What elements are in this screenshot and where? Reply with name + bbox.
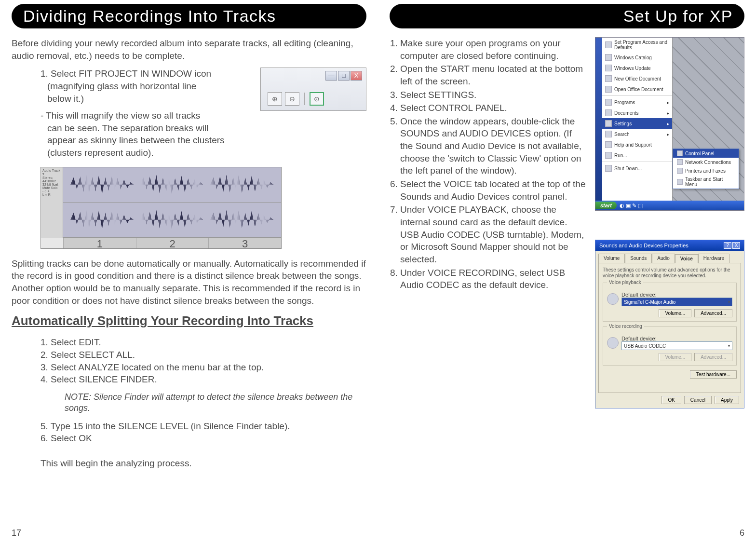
programs-icon [605, 99, 612, 106]
auto-split-heading: Automatically Splitting Your Recording I… [12, 313, 366, 328]
auto-step-3: 3. Select ANALYZE located on the menu ba… [40, 361, 366, 374]
run-icon [605, 152, 612, 159]
xp-step-5: Once the window appears, double-click th… [400, 115, 586, 177]
split-paragraph: Splitting tracks can be done automatical… [12, 258, 366, 307]
tab-hardware: Hardware [698, 254, 729, 263]
auto-step-1: 1. Select EDIT. [40, 336, 366, 349]
auto-step-end: This will begin the analyzing process. [40, 457, 366, 470]
taskbar-icon [677, 179, 683, 185]
waveform-illustration: Audio Track ▾Stereo, 44100Hz32-bit float… [40, 167, 282, 249]
help-btn-icon: ? [724, 242, 731, 249]
playback-advanced-button: Advanced... [694, 309, 732, 317]
tab-audio: Audio [652, 254, 675, 263]
section-header-left: Dividing Recordings Into Tracks [12, 4, 366, 28]
xp-step-3: Select SETTINGS. [400, 89, 586, 101]
wave-num-3: 3 [208, 238, 281, 248]
voice-playback-label: Voice playback [607, 280, 643, 285]
separator [304, 93, 305, 105]
test-hardware-button: Test hardware... [690, 370, 737, 379]
apply-button: Apply [715, 396, 739, 404]
toolbar-illustration: — □ X ⊕ ⊖ ⊙ [260, 68, 366, 111]
recording-default-label: Default device: [621, 336, 732, 341]
window-min-icon: — [325, 71, 337, 81]
control-panel-icon [677, 150, 683, 156]
tab-voice: Voice [675, 254, 698, 263]
ok-button: OK [662, 396, 681, 404]
auto-step-2: 2. Select SELECT ALL. [40, 349, 366, 361]
help-icon [605, 141, 612, 148]
documents-icon [605, 109, 612, 116]
properties-description: These settings control volume and advanc… [603, 267, 737, 279]
waveform-track-info: Audio Track ▾Stereo, 44100Hz32-bit float… [41, 167, 63, 238]
cancel-button: Cancel [684, 396, 712, 404]
auto-step-4: 4. Select SILENCE FINDER. [40, 373, 366, 386]
step-1-note: - This will magnify the view so all trac… [40, 109, 366, 159]
fit-project-icon: ⊙ [310, 92, 324, 106]
xp-step-8: Under VOICE RECORDING, select USB Audio … [400, 267, 586, 291]
tab-volume: Volume [598, 254, 625, 263]
search-icon [605, 131, 612, 137]
wave-num-1: 1 [63, 238, 136, 248]
recording-advanced-button: Advanced... [694, 353, 732, 361]
sound-properties-screenshot: Sounds and Audio Devices Properties ?X V… [595, 240, 744, 408]
dialog-title: Sounds and Audio Devices Properties [599, 243, 688, 248]
recording-device-select: USB Audio CODEC▾ [621, 341, 732, 350]
playback-device-select: SigmaTel C-Major Audio▾ [621, 298, 732, 306]
xp-step-6: Select the VOICE tab located at the top … [400, 178, 586, 203]
silence-finder-note: NOTE: Silence Finder will attempt to det… [65, 392, 366, 414]
recording-volume-button: Volume... [659, 353, 691, 361]
xp-start-menu-screenshot: Set Program Access and Defaults Windows … [595, 37, 744, 211]
page-number-left: 17 [12, 528, 21, 538]
auto-step-6: 6. Select OK [40, 432, 366, 445]
zoom-in-icon: ⊕ [268, 92, 282, 106]
settings-menu-item: Settings▸ [602, 118, 672, 129]
page-number-right: 6 [740, 528, 744, 538]
catalog-icon [605, 54, 612, 61]
xp-steps-list: Make sure your open programs on your com… [390, 37, 586, 291]
speaker-icon [607, 293, 619, 305]
auto-step-5: 5. Type 15 into the SILENCE LEVEL (in Si… [40, 420, 366, 433]
close-btn-icon: X [732, 242, 740, 249]
wave-num-2: 2 [136, 238, 209, 248]
shutdown-icon [605, 165, 612, 172]
voice-recording-label: Voice recording [607, 324, 644, 329]
control-panel-item: Control Panel [673, 149, 739, 158]
intro-text: Before dividing your newly recorded albu… [12, 37, 366, 62]
program-access-icon [605, 41, 612, 48]
xp-step-2: Open the START menu located at the botto… [400, 63, 586, 87]
new-doc-icon [605, 75, 612, 82]
settings-submenu: Control Panel Network Connections Printe… [673, 149, 739, 189]
zoom-out-icon: ⊖ [285, 92, 299, 106]
xp-step-7: Under VOICE PLAYBACK, choose the interna… [400, 204, 586, 265]
window-close-icon: X [351, 71, 362, 81]
tab-sounds: Sounds [625, 254, 652, 263]
playback-default-label: Default device: [621, 292, 732, 298]
window-max-icon: □ [338, 71, 350, 81]
network-icon [677, 159, 683, 165]
mic-icon [607, 337, 619, 349]
xp-step-1: Make sure your open programs on your com… [400, 37, 586, 62]
open-doc-icon [605, 86, 612, 93]
start-button: start [595, 202, 617, 209]
playback-volume-button: Volume... [659, 309, 691, 317]
settings-icon [605, 120, 612, 127]
printers-icon [677, 168, 683, 174]
xp-step-4: Select CONTROL PANEL. [400, 102, 586, 114]
section-header-right: Set Up for XP [390, 4, 744, 28]
update-icon [605, 65, 612, 71]
